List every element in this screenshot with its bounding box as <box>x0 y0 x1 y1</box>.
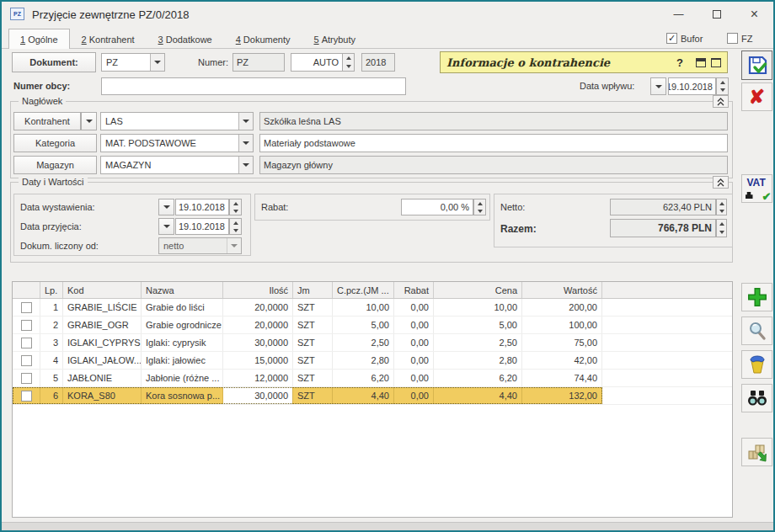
binoculars-icon <box>746 389 768 407</box>
chevron-down-icon[interactable] <box>150 54 164 71</box>
numer-obcy-label: Numer obcy: <box>13 81 70 91</box>
table-row[interactable]: 1 GRABIE_LIŚCIE Grabie do liści 20,0000 … <box>13 299 732 317</box>
table-body: 1 GRABIE_LIŚCIE Grabie do liści 20,0000 … <box>13 299 732 517</box>
data-wystawienia-dropdown[interactable] <box>158 199 174 215</box>
header-nazwa[interactable]: Nazwa <box>142 282 223 298</box>
magazyn-button[interactable]: Magazyn <box>13 156 97 174</box>
table-row[interactable]: 5 JABŁONIE Jabłonie (różne ... 12,0000 S… <box>13 370 732 387</box>
tab-kontrahent[interactable]: 2Kontrahent <box>70 29 147 49</box>
netto-spinner <box>716 199 727 215</box>
kontrahent-button[interactable]: Kontrahent <box>13 112 81 130</box>
document-window: PZ Przyjęcie zewnętrzne PZ/0/2018 — × 1O… <box>0 0 775 532</box>
chevron-down-icon <box>227 238 241 253</box>
row-checkbox[interactable] <box>21 302 32 313</box>
maximize-button[interactable] <box>698 2 735 27</box>
daty-wartosci-title: Daty i Wartości <box>19 177 88 187</box>
kategoria-button[interactable]: Kategoria <box>13 134 97 152</box>
data-przyjecia-field[interactable]: 19.10.2018 <box>175 218 229 235</box>
data-wplywu-field[interactable]: 19.10.2018 <box>668 77 716 95</box>
data-wplywu-spinner[interactable] <box>716 77 729 95</box>
data-wplywu-dropdown[interactable] <box>650 77 666 95</box>
magazyn-code-combo[interactable]: MAGAZYN <box>100 156 254 174</box>
header-cpcz[interactable]: C.pcz.(JM ... <box>333 282 394 298</box>
data-wplywu-label: Data wpływu: <box>580 81 634 91</box>
header-wartosc[interactable]: Wartość <box>522 282 602 298</box>
rabat-input[interactable]: 0,00 % <box>401 199 473 215</box>
titlebar: PZ Przyjęcie zewnętrzne PZ/0/2018 — × <box>2 2 773 27</box>
bottom-resize-strip[interactable] <box>2 522 773 530</box>
fz-checkbox[interactable] <box>727 33 738 44</box>
row-checkbox[interactable] <box>21 373 32 384</box>
chevron-down-icon[interactable] <box>238 157 253 173</box>
kontrahent-code-combo[interactable]: LAS <box>100 112 254 130</box>
row-checkbox[interactable] <box>21 391 32 402</box>
cancel-x-icon: ✘ <box>749 88 765 107</box>
header-lp[interactable]: Lp. <box>40 282 63 298</box>
naglowek-collapse-button[interactable] <box>713 95 729 108</box>
kategoria-name-field[interactable]: Materiały podstawowe <box>259 134 728 152</box>
chevron-down-icon[interactable] <box>238 113 253 130</box>
header-rabat[interactable]: Rabat <box>394 282 434 298</box>
data-wystawienia-field[interactable]: 19.10.2018 <box>175 199 229 215</box>
tab-strip: 1Ogólne 2Kontrahent 3Dodatkowe 4Dokument… <box>2 29 773 49</box>
kategoria-code-combo[interactable]: MAT. PODSTAWOWE <box>100 134 254 152</box>
tab-atrybuty[interactable]: 5Atrybuty <box>302 29 367 49</box>
data-przyjecia-spinner[interactable] <box>229 218 242 235</box>
edit-item-button[interactable] <box>741 317 772 345</box>
data-wystawienia-spinner[interactable] <box>229 199 242 215</box>
import-items-button[interactable] <box>741 438 772 466</box>
table-row[interactable]: 2 GRABIE_OGR Grabie ogrodnicze 20,0000 S… <box>13 317 732 334</box>
table-row[interactable]: 4 IGLAKI_JAŁOW... Iglaki: jałowiec 15,00… <box>13 352 732 370</box>
document-schema-combo[interactable]: PZ <box>101 53 165 72</box>
kontrahent-split-dropdown[interactable] <box>81 112 97 130</box>
delete-item-button[interactable] <box>741 350 772 379</box>
netto-label: Netto: <box>500 202 525 212</box>
data-przyjecia-label: Data przyjęcia: <box>20 221 82 231</box>
rabat-label: Rabat: <box>261 202 288 212</box>
add-item-button[interactable] <box>741 283 772 311</box>
dokum-liczony-combo: netto <box>158 237 242 254</box>
tab-ogolne[interactable]: 1Ogólne <box>8 29 70 49</box>
minimize-button[interactable]: — <box>660 2 698 27</box>
row-checkbox[interactable] <box>21 338 32 348</box>
numer-auto-spinner[interactable] <box>342 53 355 72</box>
row-checkbox[interactable] <box>21 320 32 331</box>
table-row[interactable]: 3 IGLAKI_CYPRYS Iglaki: cyprysik 30,0000… <box>13 334 732 352</box>
close-button[interactable]: × <box>735 2 773 27</box>
cancel-button[interactable]: ✘ <box>741 82 772 111</box>
bufor-checkbox[interactable] <box>666 33 677 44</box>
window-title: Przyjęcie zewnętrzne PZ/0/2018 <box>32 8 189 21</box>
numer-obcy-input[interactable] <box>101 77 406 95</box>
header-kod[interactable]: Kod <box>63 282 142 298</box>
save-button[interactable] <box>741 51 772 80</box>
bufor-label: Bufor <box>681 34 703 44</box>
app-icon: PZ <box>10 8 24 20</box>
header-jm[interactable]: Jm <box>293 282 333 298</box>
vat-preview-button[interactable]: VAT ✔ <box>741 174 772 203</box>
tab-dokumenty[interactable]: 4Dokumenty <box>224 29 302 49</box>
row-checkbox[interactable] <box>21 355 32 366</box>
vat-icon: VAT ✔ <box>745 178 770 200</box>
data-wystawienia-label: Data wystawienia: <box>20 202 95 212</box>
chevron-down-icon[interactable] <box>238 135 253 152</box>
header-cena[interactable]: Cena <box>434 282 522 298</box>
rabat-spinner[interactable] <box>473 199 486 215</box>
help-icon[interactable]: ? <box>676 56 683 69</box>
data-przyjecia-dropdown[interactable] <box>158 218 174 235</box>
table-row-selected[interactable]: 6 KORA_S80 Kora sosnowa p... 30,0000 SZT… <box>13 387 732 405</box>
import-boxes-icon <box>746 441 768 463</box>
maximize-panel-icon[interactable] <box>711 58 721 67</box>
dock-panel-icon[interactable] <box>696 58 706 67</box>
numer-auto-field[interactable]: AUTO <box>291 53 343 72</box>
daty-collapse-button[interactable] <box>713 176 729 189</box>
ilosc-edit-cell[interactable]: 30,0000 <box>223 387 293 404</box>
dokument-button[interactable]: Dokument: <box>12 52 96 72</box>
tab-dodatkowe[interactable]: 3Dodatkowe <box>147 29 224 49</box>
razem-field: 766,78 PLN <box>610 219 716 237</box>
banner-text: Informacje o kontrahencie <box>446 56 676 69</box>
header-ilosc[interactable]: Ilość <box>223 282 293 298</box>
kontrahent-info-banner[interactable]: Informacje o kontrahencie ? <box>440 51 728 73</box>
magazyn-name-field: Magazyn główny <box>259 156 728 174</box>
fz-label: FZ <box>741 34 752 44</box>
find-item-button[interactable] <box>741 384 772 412</box>
